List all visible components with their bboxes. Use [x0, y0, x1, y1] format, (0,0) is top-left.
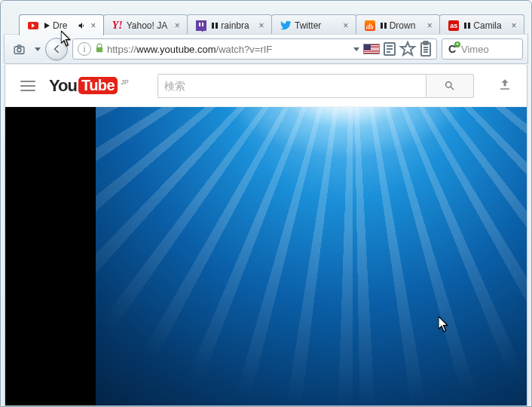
bookmark-star-icon[interactable] — [399, 41, 417, 57]
chevron-down-icon[interactable] — [35, 47, 41, 51]
twitter-icon — [280, 20, 292, 32]
tab-title: Yahoo! JA — [127, 20, 173, 31]
navigation-toolbar: i https://www.youtube.com/watch?v=rIF C+ — [4, 34, 528, 64]
search-button[interactable] — [426, 74, 474, 98]
chevron-down-icon[interactable] — [353, 47, 359, 51]
svg-line-12 — [451, 87, 454, 90]
pause-icon — [379, 21, 388, 30]
lock-icon — [94, 43, 105, 56]
screenshot-extension-button[interactable] — [9, 39, 29, 59]
lastfm-icon: as — [448, 20, 460, 32]
browser-window: Dre × Y! Yahoo! JA × rainbra × Twitter × — [0, 0, 532, 407]
flag-us-icon[interactable] — [362, 41, 381, 57]
soundcloud-icon — [364, 20, 376, 32]
tab-twitch[interactable]: rainbra × — [187, 14, 272, 35]
svg-point-1 — [17, 47, 21, 51]
video-letterbox — [5, 107, 96, 405]
reader-mode-icon[interactable] — [381, 41, 399, 57]
upload-button[interactable] — [498, 78, 512, 94]
pause-icon — [210, 21, 219, 30]
yahoo-icon: Y! — [112, 20, 124, 32]
youtube-header: You Tube JP — [5, 65, 527, 107]
sunrays-effect — [96, 107, 527, 405]
video-frame[interactable] — [96, 107, 527, 405]
close-icon[interactable]: × — [88, 20, 99, 31]
video-player-area[interactable] — [5, 107, 527, 405]
url-text: https://www.youtube.com/watch?v=rIF — [107, 44, 350, 55]
logo-tube: Tube — [78, 77, 118, 94]
close-icon[interactable]: × — [256, 20, 267, 31]
pause-icon — [463, 21, 472, 30]
site-info-icon[interactable]: i — [78, 42, 91, 56]
tab-title: Dre — [53, 20, 78, 31]
menu-icon[interactable] — [20, 81, 35, 91]
tab-strip: Dre × Y! Yahoo! JA × rainbra × Twitter × — [19, 13, 524, 35]
page-content: You Tube JP — [5, 65, 527, 406]
youtube-logo[interactable]: You Tube JP — [49, 76, 129, 96]
youtube-icon — [27, 20, 39, 32]
search-input[interactable] — [157, 74, 426, 98]
tab-title: Twitter — [295, 20, 341, 31]
play-icon — [42, 21, 51, 30]
url-bar[interactable]: i https://www.youtube.com/watch?v=rIF — [72, 38, 437, 60]
tab-lastfm[interactable]: as Camila × — [439, 14, 524, 35]
clipboard-icon[interactable] — [417, 41, 435, 57]
url-host: www.youtube.com — [136, 44, 216, 55]
close-icon[interactable]: × — [341, 20, 351, 31]
svg-point-11 — [446, 82, 452, 88]
twitch-icon — [195, 20, 207, 32]
youtube-search — [157, 74, 474, 98]
logo-you: You — [49, 76, 77, 96]
logo-region: JP — [121, 78, 129, 86]
search-engine-icon[interactable]: C+ — [445, 42, 459, 56]
search-bar[interactable]: C+ Vimeo — [442, 38, 523, 60]
tab-title: Camila — [473, 20, 509, 31]
search-placeholder: Vimeo — [461, 44, 489, 55]
tab-title: rainbra — [221, 20, 256, 31]
url-suffix: /watch?v=rIF — [216, 44, 273, 55]
tab-youtube[interactable]: Dre × — [19, 14, 104, 35]
url-prefix: https:// — [107, 44, 136, 55]
tab-title: Drown — [390, 20, 425, 31]
close-icon[interactable]: × — [172, 20, 182, 31]
close-icon[interactable]: × — [424, 20, 435, 31]
audio-icon[interactable] — [78, 21, 87, 30]
tab-yahoo[interactable]: Y! Yahoo! JA × — [103, 14, 188, 35]
tab-soundcloud[interactable]: Drown × — [356, 14, 441, 35]
tab-twitter[interactable]: Twitter × — [271, 14, 356, 35]
close-icon[interactable]: × — [509, 20, 519, 31]
back-button[interactable] — [45, 38, 68, 60]
